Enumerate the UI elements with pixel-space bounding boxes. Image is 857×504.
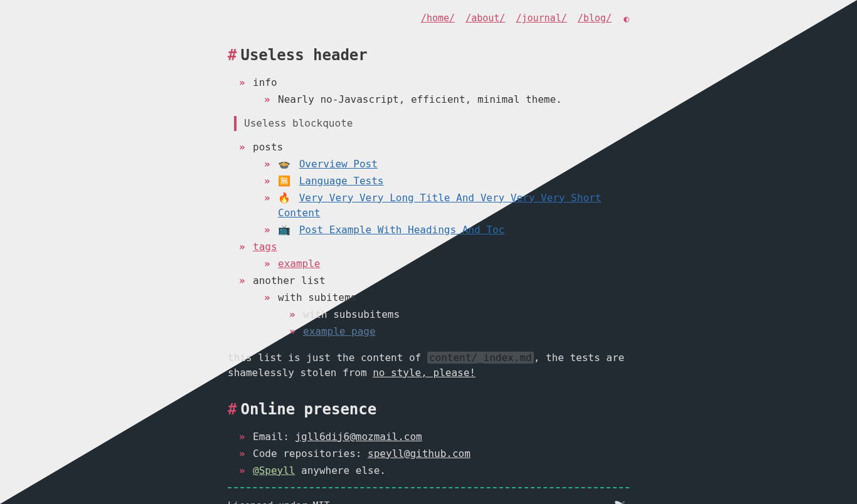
top-nav: /home/ /about/ /journal/ /blog/ ◐ bbox=[228, 11, 629, 26]
no-style-link[interactable]: no style, please! bbox=[373, 367, 476, 379]
list-item: another list bbox=[239, 273, 629, 288]
speyll-link[interactable]: @Speyll bbox=[253, 465, 295, 476]
github-link[interactable]: speyll@github.com bbox=[368, 448, 471, 459]
paragraph: this list is just the content of content… bbox=[228, 350, 629, 381]
post-link-overview[interactable]: Overview Post bbox=[299, 158, 378, 170]
bowl-icon: 🍲 bbox=[278, 157, 290, 172]
list-item: example bbox=[264, 256, 629, 271]
list-item: tags bbox=[239, 239, 629, 255]
fire-icon: 🔥 bbox=[278, 191, 290, 206]
list-item: Nearly no-Javascript, efficient, minimal… bbox=[264, 92, 629, 107]
anywhere-text: anywhere else. bbox=[295, 465, 386, 476]
nav-home[interactable]: /home/ bbox=[421, 13, 455, 24]
nav-about[interactable]: /about/ bbox=[466, 13, 505, 24]
list-item: Email: jgll6dij6@mozmail.com bbox=[239, 429, 629, 444]
repo-label: Code repositories: bbox=[253, 448, 368, 459]
list-item: @Speyll anywhere else. bbox=[239, 463, 629, 478]
kanji-icon: 🈚 bbox=[278, 174, 290, 189]
hash-icon: # bbox=[228, 401, 237, 418]
footer: Licensed under MIT Built with Zola using… bbox=[228, 487, 629, 505]
list-item: example page bbox=[289, 324, 629, 339]
list-item: with subsubitems bbox=[289, 307, 629, 322]
list-item: Code repositories: speyll@github.com bbox=[239, 446, 629, 461]
nav-journal[interactable]: /journal/ bbox=[516, 13, 567, 24]
page-title: #Useless header bbox=[228, 44, 629, 66]
blockquote: Useless blockquote bbox=[234, 116, 629, 131]
list-item: posts bbox=[239, 140, 629, 155]
theme-toggle-icon[interactable]: ◐ bbox=[624, 12, 629, 26]
tags-link[interactable]: tags bbox=[253, 241, 277, 253]
list-item: with subitems bbox=[264, 290, 629, 305]
example-page-link[interactable]: example page bbox=[303, 325, 376, 337]
post-link-headings[interactable]: Post Example With Headings And Toc bbox=[299, 224, 505, 236]
post-link-language[interactable]: Language Tests bbox=[299, 175, 384, 187]
para-text: this list is just the content of bbox=[228, 352, 427, 364]
hash-icon: # bbox=[228, 46, 237, 64]
mit-link[interactable]: MIT bbox=[312, 500, 329, 505]
tag-example[interactable]: example bbox=[278, 258, 320, 270]
nav-blog[interactable]: /blog/ bbox=[578, 13, 612, 24]
section-title-text: Online presence bbox=[240, 401, 376, 418]
list-item: 🈚 Language Tests bbox=[264, 174, 629, 189]
rss-icon: 📡 bbox=[612, 498, 629, 505]
list-item: 🔥 Very Very Very Long Title And Very Ver… bbox=[264, 191, 629, 221]
inline-code: content/_index.md bbox=[427, 352, 534, 364]
license-text: Licensed under bbox=[228, 500, 312, 505]
post-link-longtitle[interactable]: Very Very Very Long Title And Very Very … bbox=[278, 192, 601, 219]
tv-icon: 📺 bbox=[278, 223, 290, 238]
email-link[interactable]: jgll6dij6@mozmail.com bbox=[295, 431, 422, 443]
page-title-text: Useless header bbox=[240, 46, 367, 64]
list-item: 📺 Post Example With Headings And Toc bbox=[264, 223, 629, 238]
email-label: Email: bbox=[253, 431, 295, 443]
list-item: 🍲 Overview Post bbox=[264, 157, 629, 172]
section-title: #Online presence bbox=[228, 398, 629, 421]
list-item: info bbox=[239, 75, 629, 90]
